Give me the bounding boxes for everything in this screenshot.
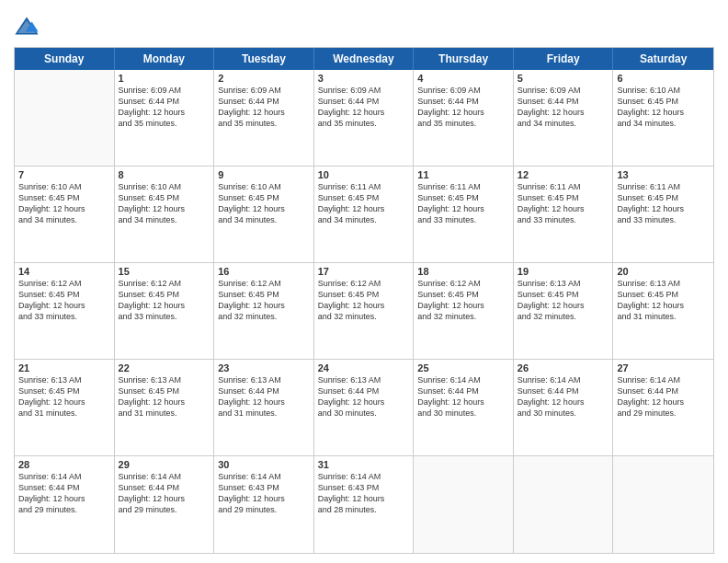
- day-number: 27: [617, 362, 710, 373]
- daylight-text: Daylight: 12 hours: [417, 397, 484, 407]
- day-number: 25: [417, 362, 509, 373]
- header-day-wednesday: Wednesday: [314, 48, 415, 70]
- calendar: SundayMondayTuesdayWednesdayThursdayFrid…: [14, 47, 714, 554]
- sunrise-text: Sunrise: 6:12 AM: [318, 279, 381, 288]
- day-number: 16: [218, 266, 310, 277]
- day-number: 11: [417, 169, 509, 180]
- daylight-text: Daylight: 12 hours: [119, 204, 186, 213]
- cell-info: Sunrise: 6:12 AMSunset: 6:45 PMDaylight:…: [18, 278, 110, 323]
- sunset-text: Sunset: 6:45 PM: [617, 193, 678, 202]
- sunrise-text: Sunrise: 6:14 AM: [318, 472, 381, 481]
- sunrise-text: Sunrise: 6:12 AM: [119, 279, 182, 288]
- day-number: 8: [119, 169, 210, 180]
- day-number: 22: [119, 362, 210, 373]
- cell-info: Sunrise: 6:11 AMSunset: 6:45 PMDaylight:…: [518, 181, 609, 226]
- cell-info: Sunrise: 6:14 AMSunset: 6:44 PMDaylight:…: [417, 374, 509, 419]
- daylight-text2: and 29 minutes.: [218, 505, 277, 514]
- daylight-text: Daylight: 12 hours: [218, 108, 285, 117]
- day-cell-15: 15Sunrise: 6:12 AMSunset: 6:45 PMDayligh…: [115, 263, 215, 359]
- day-cell-13: 13Sunrise: 6:11 AMSunset: 6:45 PMDayligh…: [613, 167, 713, 262]
- daylight-text: Daylight: 12 hours: [218, 494, 285, 503]
- sunset-text: Sunset: 6:44 PM: [518, 97, 579, 106]
- daylight-text2: and 33 minutes.: [617, 215, 676, 224]
- sunset-text: Sunset: 6:45 PM: [518, 193, 579, 202]
- calendar-header: SundayMondayTuesdayWednesdayThursdayFrid…: [15, 48, 713, 70]
- sunrise-text: Sunrise: 6:14 AM: [218, 472, 281, 481]
- cell-info: Sunrise: 6:10 AMSunset: 6:45 PMDaylight:…: [617, 85, 710, 130]
- daylight-text: Daylight: 12 hours: [119, 301, 186, 310]
- day-cell-8: 8Sunrise: 6:10 AMSunset: 6:45 PMDaylight…: [115, 167, 215, 262]
- cell-info: Sunrise: 6:09 AMSunset: 6:44 PMDaylight:…: [417, 85, 509, 130]
- day-cell-17: 17Sunrise: 6:12 AMSunset: 6:45 PMDayligh…: [314, 263, 415, 359]
- day-cell-14: 14Sunrise: 6:12 AMSunset: 6:45 PMDayligh…: [15, 263, 115, 359]
- sunrise-text: Sunrise: 6:10 AM: [617, 86, 680, 95]
- day-cell-24: 24Sunrise: 6:13 AMSunset: 6:44 PMDayligh…: [314, 360, 415, 455]
- cell-info: Sunrise: 6:13 AMSunset: 6:44 PMDaylight:…: [218, 374, 310, 419]
- day-number: 1: [119, 73, 210, 84]
- week-row-3: 21Sunrise: 6:13 AMSunset: 6:45 PMDayligh…: [15, 360, 713, 456]
- daylight-text2: and 31 minutes.: [119, 408, 177, 418]
- empty-cell: [414, 456, 514, 553]
- cell-info: Sunrise: 6:12 AMSunset: 6:45 PMDaylight:…: [119, 278, 210, 323]
- day-number: 20: [617, 266, 710, 277]
- daylight-text2: and 31 minutes.: [218, 408, 277, 418]
- day-number: 9: [218, 169, 310, 180]
- daylight-text2: and 29 minutes.: [119, 505, 177, 514]
- day-cell-31: 31Sunrise: 6:14 AMSunset: 6:43 PMDayligh…: [314, 456, 415, 553]
- sunrise-text: Sunrise: 6:11 AM: [318, 182, 381, 191]
- day-cell-21: 21Sunrise: 6:13 AMSunset: 6:45 PMDayligh…: [15, 360, 115, 455]
- daylight-text2: and 33 minutes.: [518, 215, 576, 224]
- sunrise-text: Sunrise: 6:14 AM: [119, 472, 182, 481]
- sunset-text: Sunset: 6:43 PM: [318, 483, 380, 492]
- cell-info: Sunrise: 6:12 AMSunset: 6:45 PMDaylight:…: [318, 278, 410, 323]
- cell-info: Sunrise: 6:12 AMSunset: 6:45 PMDaylight:…: [218, 278, 310, 323]
- sunrise-text: Sunrise: 6:13 AM: [119, 375, 182, 385]
- daylight-text2: and 33 minutes.: [18, 312, 77, 321]
- day-cell-10: 10Sunrise: 6:11 AMSunset: 6:45 PMDayligh…: [314, 167, 415, 262]
- day-number: 30: [218, 459, 310, 470]
- day-number: 21: [18, 362, 110, 373]
- daylight-text: Daylight: 12 hours: [18, 204, 85, 213]
- header: [14, 14, 714, 40]
- day-cell-26: 26Sunrise: 6:14 AMSunset: 6:44 PMDayligh…: [514, 360, 614, 455]
- day-number: 4: [417, 73, 509, 84]
- daylight-text2: and 32 minutes.: [218, 312, 277, 321]
- sunset-text: Sunset: 6:43 PM: [218, 483, 279, 492]
- sunset-text: Sunset: 6:45 PM: [119, 193, 180, 202]
- sunset-text: Sunset: 6:45 PM: [318, 290, 380, 299]
- sunset-text: Sunset: 6:45 PM: [218, 290, 279, 299]
- day-number: 18: [417, 266, 509, 277]
- sunrise-text: Sunrise: 6:12 AM: [417, 279, 481, 288]
- sunset-text: Sunset: 6:45 PM: [617, 290, 678, 299]
- sunset-text: Sunset: 6:45 PM: [18, 290, 80, 299]
- week-row-4: 28Sunrise: 6:14 AMSunset: 6:44 PMDayligh…: [15, 456, 713, 553]
- daylight-text2: and 32 minutes.: [417, 312, 476, 321]
- sunset-text: Sunset: 6:44 PM: [417, 97, 479, 106]
- day-number: 26: [518, 362, 609, 373]
- sunset-text: Sunset: 6:44 PM: [218, 97, 279, 106]
- daylight-text2: and 29 minutes.: [617, 408, 676, 418]
- daylight-text: Daylight: 12 hours: [18, 397, 85, 407]
- sunrise-text: Sunrise: 6:12 AM: [18, 279, 82, 288]
- daylight-text2: and 35 minutes.: [119, 119, 177, 128]
- sunrise-text: Sunrise: 6:10 AM: [218, 182, 281, 191]
- daylight-text: Daylight: 12 hours: [119, 494, 186, 503]
- day-cell-22: 22Sunrise: 6:13 AMSunset: 6:45 PMDayligh…: [115, 360, 215, 455]
- day-cell-27: 27Sunrise: 6:14 AMSunset: 6:44 PMDayligh…: [613, 360, 713, 455]
- sunset-text: Sunset: 6:45 PM: [18, 386, 80, 396]
- sunrise-text: Sunrise: 6:12 AM: [218, 279, 281, 288]
- daylight-text2: and 33 minutes.: [417, 215, 476, 224]
- page: SundayMondayTuesdayWednesdayThursdayFrid…: [0, 0, 728, 563]
- daylight-text2: and 34 minutes.: [318, 215, 377, 224]
- daylight-text: Daylight: 12 hours: [518, 108, 585, 117]
- sunset-text: Sunset: 6:45 PM: [218, 193, 279, 202]
- day-cell-4: 4Sunrise: 6:09 AMSunset: 6:44 PMDaylight…: [414, 70, 514, 166]
- day-cell-1: 1Sunrise: 6:09 AMSunset: 6:44 PMDaylight…: [115, 70, 215, 166]
- day-number: 15: [119, 266, 210, 277]
- day-number: 7: [18, 169, 110, 180]
- daylight-text2: and 32 minutes.: [318, 312, 377, 321]
- cell-info: Sunrise: 6:13 AMSunset: 6:45 PMDaylight:…: [518, 278, 609, 323]
- daylight-text: Daylight: 12 hours: [518, 204, 585, 213]
- day-cell-12: 12Sunrise: 6:11 AMSunset: 6:45 PMDayligh…: [514, 167, 614, 262]
- daylight-text2: and 30 minutes.: [318, 408, 377, 418]
